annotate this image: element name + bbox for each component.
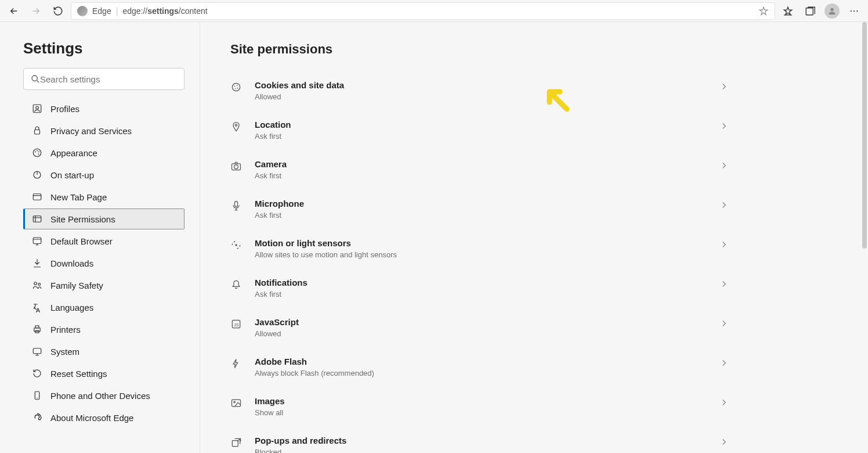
- permission-subtitle: Ask first: [255, 290, 706, 299]
- back-button[interactable]: [5, 2, 23, 20]
- sidebar-item-reset[interactable]: Reset Settings: [23, 363, 185, 384]
- scrollbar[interactable]: [862, 22, 867, 249]
- sidebar-item-profiles[interactable]: Profiles: [23, 98, 185, 119]
- microphone-icon: [230, 200, 242, 211]
- phone-icon: [32, 390, 42, 401]
- permission-title: Cookies and site data: [255, 80, 706, 90]
- sidebar-item-about[interactable]: About Microsoft Edge: [23, 407, 185, 428]
- sidebar-item-label: On start-up: [50, 170, 94, 180]
- permission-subtitle: Allowed: [255, 92, 706, 101]
- site-identity-label: Edge: [92, 6, 111, 16]
- settings-sidebar: Settings ProfilesPrivacy and ServicesApp…: [0, 22, 200, 453]
- permission-subtitle: Ask first: [255, 171, 706, 180]
- svg-point-1: [830, 8, 833, 10]
- address-bar[interactable]: Edge | edge://settings/content: [71, 2, 775, 20]
- sidebar-item-label: Printers: [50, 325, 81, 335]
- permission-row-flash[interactable]: Adobe FlashAlways block Flash (recommend…: [230, 347, 735, 387]
- family-icon: [32, 280, 42, 290]
- sidebar-item-phone[interactable]: Phone and Other Devices: [23, 385, 185, 406]
- downloads-icon: [32, 258, 42, 268]
- camera-icon: [230, 160, 242, 172]
- search-icon: [31, 74, 40, 84]
- permission-subtitle: Ask first: [255, 211, 706, 220]
- sidebar-item-newtab[interactable]: New Tab Page: [23, 186, 185, 207]
- svg-rect-0: [806, 8, 813, 15]
- edge-logo-icon: [77, 6, 88, 16]
- about-icon: [32, 412, 42, 423]
- siteperm-icon: [32, 214, 42, 224]
- languages-icon: [32, 302, 42, 312]
- permission-title: Adobe Flash: [255, 357, 706, 366]
- sidebar-item-system[interactable]: System: [23, 341, 185, 362]
- sidebar-item-startup[interactable]: On start-up: [23, 164, 185, 185]
- chevron-right-icon: [719, 279, 729, 289]
- permission-row-javascript[interactable]: JavaScriptAllowed: [230, 308, 735, 347]
- favorites-button[interactable]: [779, 2, 797, 20]
- chevron-right-icon: [719, 239, 729, 250]
- system-icon: [32, 346, 42, 357]
- sidebar-item-label: Downloads: [50, 258, 93, 268]
- sidebar-item-label: Site Permissions: [50, 214, 115, 224]
- sidebar-item-default[interactable]: Default Browser: [23, 231, 185, 251]
- sidebar-item-label: Phone and Other Devices: [50, 391, 150, 401]
- permission-title: Location: [255, 120, 706, 130]
- sidebar-item-label: Languages: [50, 303, 93, 312]
- profiles-icon: [32, 103, 42, 114]
- permission-row-microphone[interactable]: MicrophoneAsk first: [230, 189, 735, 229]
- sidebar-item-downloads[interactable]: Downloads: [23, 253, 185, 274]
- newtab-icon: [32, 192, 42, 202]
- location-icon: [230, 121, 242, 132]
- permission-row-location[interactable]: LocationAsk first: [230, 110, 735, 150]
- forward-button[interactable]: [27, 2, 45, 20]
- sidebar-item-appearance[interactable]: Appearance: [23, 142, 185, 163]
- chevron-right-icon: [719, 358, 729, 368]
- motion-icon: [230, 239, 242, 251]
- permission-subtitle: Allow sites to use motion and light sens…: [255, 250, 706, 259]
- favorite-star-icon[interactable]: [758, 6, 769, 16]
- collections-button[interactable]: [801, 2, 819, 20]
- sidebar-item-family[interactable]: Family Safety: [23, 275, 185, 296]
- section-heading: Site permissions: [230, 42, 845, 57]
- permissions-list: Cookies and site dataAllowedLocationAsk …: [230, 71, 735, 453]
- permission-row-cookies[interactable]: Cookies and site dataAllowed: [230, 71, 735, 110]
- images-icon: [230, 397, 242, 409]
- default-icon: [32, 236, 42, 246]
- permission-title: Notifications: [255, 278, 706, 287]
- permission-title: JavaScript: [255, 317, 706, 327]
- permission-row-camera[interactable]: CameraAsk first: [230, 150, 735, 189]
- refresh-button[interactable]: [49, 2, 67, 20]
- permission-title: Motion or light sensors: [255, 238, 706, 248]
- chevron-right-icon: [719, 437, 729, 447]
- permission-title: Images: [255, 396, 706, 406]
- sidebar-item-label: Default Browser: [50, 236, 113, 246]
- printers-icon: [32, 324, 42, 335]
- privacy-icon: [32, 125, 42, 136]
- sidebar-item-label: Reset Settings: [50, 369, 107, 379]
- sidebar-item-label: Family Safety: [50, 281, 103, 290]
- chevron-right-icon: [719, 121, 729, 131]
- chevron-right-icon: [719, 160, 729, 171]
- search-settings-input[interactable]: [40, 74, 177, 84]
- url-text: edge://settings/content: [122, 6, 754, 16]
- permission-row-notifications[interactable]: NotificationsAsk first: [230, 268, 735, 308]
- flash-icon: [230, 358, 242, 369]
- sidebar-item-privacy[interactable]: Privacy and Services: [23, 120, 185, 141]
- sidebar-item-languages[interactable]: Languages: [23, 297, 185, 318]
- sidebar-item-label: Profiles: [50, 104, 79, 114]
- reset-icon: [32, 368, 42, 379]
- more-menu-button[interactable]: [845, 2, 863, 20]
- sidebar-item-label: Appearance: [50, 148, 97, 158]
- svg-point-2: [851, 10, 852, 11]
- permission-title: Pop-ups and redirects: [255, 436, 706, 445]
- permission-title: Microphone: [255, 199, 706, 208]
- profile-button[interactable]: [823, 2, 841, 20]
- notifications-icon: [230, 279, 242, 290]
- sidebar-item-printers[interactable]: Printers: [23, 319, 185, 340]
- permission-row-popups[interactable]: Pop-ups and redirectsBlocked: [230, 426, 735, 453]
- search-settings-box[interactable]: [23, 68, 185, 90]
- appearance-icon: [32, 148, 42, 158]
- sidebar-item-siteperm[interactable]: Site Permissions: [23, 208, 185, 229]
- permission-row-images[interactable]: ImagesShow all: [230, 387, 735, 426]
- permission-row-motion[interactable]: Motion or light sensorsAllow sites to us…: [230, 229, 735, 268]
- permission-subtitle: Ask first: [255, 132, 706, 141]
